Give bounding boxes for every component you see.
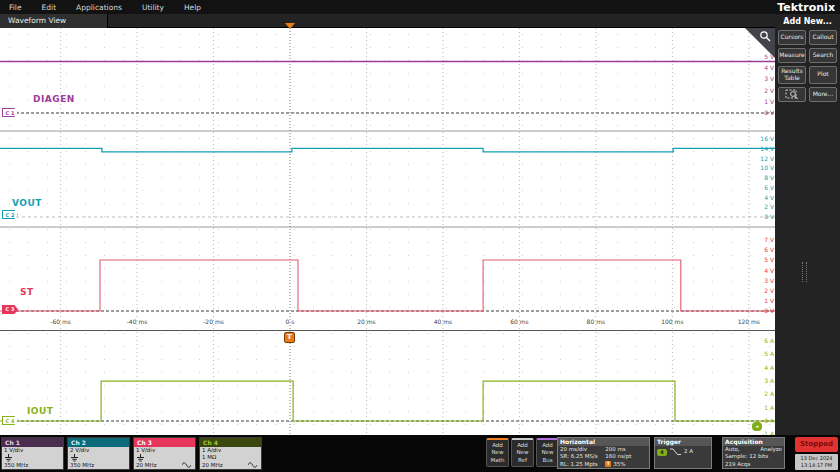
magnifier-icon (759, 30, 772, 43)
channel-scale: 1 A/div (202, 447, 259, 454)
channel-coupling (136, 454, 193, 461)
addnew-label: AddNewMath (491, 442, 505, 463)
plot-button[interactable]: Plot (809, 66, 837, 84)
bw-limit-icon (248, 462, 257, 468)
waveform-plot[interactable] (0, 28, 775, 435)
horizontal-row: RL: 1.25 MptsT35% (558, 461, 649, 468)
addnew-label: AddNewRef (517, 442, 529, 463)
channel-bandwidth: 20 MHz (136, 462, 193, 469)
tab-waveform-view[interactable]: Waveform View (0, 14, 108, 28)
channel-coupling: 1 MΩ (202, 454, 259, 461)
search-button[interactable]: Search (809, 48, 837, 63)
channel-card-body: 1 V/div20 MHz (134, 447, 195, 469)
add-new-math-button[interactable]: AddNewMath (486, 438, 509, 467)
channel-card-body: 1 V/div350 MHz (2, 447, 63, 469)
zoom-region-button[interactable] (778, 87, 806, 102)
horizontal-right-text: 35% (613, 461, 625, 468)
channel-card-3[interactable]: Ch 31 V/div20 MHz (133, 437, 196, 470)
run-stop-button[interactable]: Stopped (795, 437, 838, 452)
menu-utility[interactable]: Utility (142, 3, 164, 12)
panel-scroll-handle[interactable] (802, 262, 807, 282)
trigger-panel[interactable]: Trigger 4 2 A (654, 437, 712, 469)
more-button[interactable]: More... (809, 87, 837, 102)
trigger-level: 2 A (684, 448, 693, 455)
ch4-level-marker[interactable]: ◂ (752, 422, 762, 431)
horizontal-title: Horizontal (558, 438, 649, 446)
channel-bandwidth: 20 MHz (202, 462, 259, 469)
callout-button[interactable]: Callout (809, 30, 837, 45)
acquisition-panel[interactable]: Acquisition Auto, Analyze Sample: 12 bit… (722, 437, 785, 469)
draw-zoom-corner[interactable] (745, 28, 775, 58)
menu-file[interactable]: File (9, 3, 22, 12)
time-text: 13:14:17 PM (795, 462, 838, 469)
add-new-ref-button[interactable]: AddNewRef (511, 438, 534, 467)
channel-card-2[interactable]: Ch 22 V/div350 MHz (67, 437, 130, 470)
cursors-button[interactable]: Cursors (778, 30, 806, 45)
channel-card-header: Ch 1 (2, 438, 63, 447)
datetime-display: 13 Dec 2024 13:14:17 PM (795, 454, 838, 470)
add-new-buttons-grid: CursorsCalloutMeasureSearchResults Table… (775, 26, 840, 106)
addnew-label: AddNewBus (542, 442, 554, 463)
trigger-title: Trigger (655, 438, 711, 446)
acq-sample: Sample: 12 bits (723, 453, 784, 460)
channel-card-body: 2 V/div350 MHz (68, 447, 129, 469)
channel-card-header: Ch 4 (200, 438, 261, 447)
trigger-position-marker[interactable] (285, 23, 295, 29)
menu-applications[interactable]: Applications (76, 3, 122, 12)
channel-card-1[interactable]: Ch 11 V/div350 MHz (1, 437, 64, 470)
channel-card-header: Ch 3 (134, 438, 195, 447)
horizontal-rows: 20 ms/div200 msSR: 6.25 MS/s160 ns/ptRL:… (558, 446, 649, 468)
acquisition-title: Acquisition (723, 438, 784, 446)
horizontal-value-right: 200 ms (605, 446, 647, 453)
horizontal-row: 20 ms/div200 ms (558, 446, 649, 453)
horizontal-right-text: 160 ns/pt (605, 453, 631, 460)
trigger-position-icon: T (605, 461, 611, 467)
zoom-region-icon (785, 89, 799, 100)
oscilloscope-screen: FileEditApplicationsUtilityHelp Tektroni… (0, 0, 840, 472)
tektronix-logo: Tektronix (777, 1, 835, 14)
horizontal-panel[interactable]: Horizontal 20 ms/div200 msSR: 6.25 MS/s1… (557, 437, 650, 469)
add-new-panel: Add New... CursorsCalloutMeasureSearchRe… (775, 14, 840, 435)
date-text: 13 Dec 2024 (795, 455, 838, 462)
channel-card-header: Ch 2 (68, 438, 129, 447)
trigger-time-badge[interactable]: T (284, 332, 295, 343)
horizontal-value-left: RL: 1.25 Mpts (560, 461, 605, 468)
bw-limit-icon (182, 462, 191, 468)
acq-count: 219 Acqs (723, 461, 784, 468)
channel-bandwidth: 350 MHz (70, 462, 127, 469)
acq-analyze: Analyze (760, 446, 782, 453)
channel-card-body: 1 A/div1 MΩ20 MHz (200, 447, 261, 469)
results-table-button[interactable]: Results Table (778, 66, 806, 84)
channel-card-4[interactable]: Ch 41 A/div1 MΩ20 MHz (199, 437, 262, 470)
bottom-bar: Ch 11 V/div350 MHzCh 22 V/div350 MHzCh 3… (0, 435, 840, 472)
horizontal-value-left: 20 ms/div (560, 446, 605, 453)
trigger-source-badge: 4 (657, 449, 667, 456)
channel-bandwidth: 350 MHz (4, 462, 61, 469)
acq-mode: Auto, (725, 446, 740, 453)
horizontal-value-right: T35% (605, 461, 647, 468)
menu-help[interactable]: Help (184, 3, 201, 12)
horizontal-right-text: 200 ms (605, 446, 625, 453)
horizontal-value-left: SR: 6.25 MS/s (560, 453, 605, 460)
channel-coupling (4, 454, 61, 461)
falling-edge-icon (669, 448, 682, 456)
channel-coupling (70, 454, 127, 461)
horizontal-value-right: 160 ns/pt (605, 453, 647, 460)
measure-button[interactable]: Measure (778, 48, 806, 63)
add-new-title: Add New... (775, 17, 840, 26)
menu-edit[interactable]: Edit (42, 3, 57, 12)
menu-bar: FileEditApplicationsUtilityHelp (0, 0, 840, 14)
add-new-bus-button[interactable]: AddNewBus (536, 438, 559, 467)
horizontal-row: SR: 6.25 MS/s160 ns/pt (558, 453, 649, 460)
tab-bar: Waveform View (0, 14, 775, 28)
